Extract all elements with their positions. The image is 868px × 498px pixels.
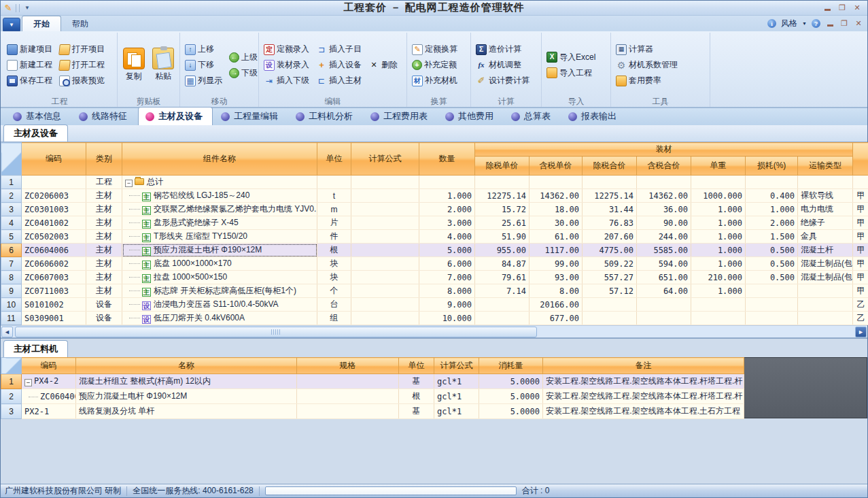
- cell-price-extax[interactable]: [475, 312, 530, 325]
- column-header-price-extax[interactable]: 除税单价: [475, 156, 530, 176]
- cell-formula[interactable]: [351, 257, 419, 271]
- cell-category[interactable]: 工程: [86, 176, 122, 189]
- cell-code[interactable]: ZC0401002: [22, 216, 86, 230]
- coefficient-manage-button[interactable]: 材机系数管理: [614, 58, 680, 72]
- cell-transport-type[interactable]: 金具: [798, 230, 853, 244]
- cell-code[interactable]: PX2-1: [22, 404, 76, 419]
- table-row[interactable]: 6ZC0604006主材主预应力混凝土电杆 Φ190×12M根5.000955.…: [1, 244, 868, 257]
- cell-name[interactable]: 预应力混凝土电杆 Φ190×12M: [76, 389, 297, 404]
- cell-total-extax[interactable]: [583, 312, 637, 325]
- cell-loss[interactable]: 0.500: [746, 271, 798, 284]
- cell-price-extax[interactable]: 84.87: [475, 257, 530, 271]
- page-tab[interactable]: 工程量编辑: [214, 107, 288, 125]
- cell-price-inctax[interactable]: 8.00: [530, 284, 583, 298]
- cell-unit[interactable]: t: [317, 189, 351, 203]
- cell-component-name[interactable]: 主预应力混凝土电杆 Φ190×12M: [122, 244, 317, 257]
- cell-component-name[interactable]: 主底盘 1000×1000×170: [122, 257, 317, 271]
- cell-total-inctax[interactable]: 244.00: [637, 230, 691, 244]
- ribbon-tab-help[interactable]: 帮助: [61, 16, 99, 31]
- cell-quantity[interactable]: 9.000: [419, 298, 475, 312]
- table-row[interactable]: 7ZC0606002主材主底盘 1000×1000×170块6.00084.87…: [1, 257, 868, 271]
- cell-total-extax[interactable]: 12275.14: [583, 189, 637, 203]
- help-icon[interactable]: [812, 19, 820, 28]
- save-engineering-button[interactable]: 保存工程: [5, 73, 54, 88]
- close-button[interactable]: [852, 4, 862, 12]
- material-adjust-button[interactable]: 材机调整: [474, 58, 532, 72]
- cell-quantity[interactable]: 4.000: [419, 230, 475, 244]
- import-project-button[interactable]: 导入工程: [544, 66, 597, 80]
- cell-total-inctax[interactable]: 594.00: [637, 257, 691, 271]
- table-row[interactable]: 10S0101002设备设油浸电力变压器 S11-10/0.4-50kVA台9.…: [1, 298, 868, 312]
- cell-component-name[interactable]: 主盘形悬式瓷绝缘子 X-45: [122, 216, 317, 230]
- cell-category[interactable]: 设备: [86, 298, 122, 312]
- cell-price-inctax[interactable]: 677.00: [530, 312, 583, 325]
- cell-flag[interactable]: 甲: [853, 189, 868, 203]
- cell-spec[interactable]: [297, 374, 399, 389]
- cell-unit-weight[interactable]: 1.000: [691, 216, 746, 230]
- mdi-close-button[interactable]: [854, 20, 863, 28]
- upper-level-button[interactable]: 上级: [227, 50, 260, 65]
- cell-flag[interactable]: 甲: [853, 284, 868, 298]
- cell-name[interactable]: 线路复测及分坑 单杆: [76, 404, 297, 419]
- move-down-button[interactable]: 下移: [183, 58, 224, 72]
- cell-formula[interactable]: [351, 312, 419, 325]
- cell-code[interactable]: ZC0606002: [22, 257, 86, 271]
- cell-price-inctax[interactable]: 61.00: [530, 230, 583, 244]
- column-header-formula[interactable]: 计算公式: [351, 143, 419, 176]
- cell-code[interactable]: ZC0607003: [22, 271, 86, 284]
- cell-price-inctax[interactable]: 1117.00: [530, 244, 583, 257]
- cell-category[interactable]: 主材: [86, 189, 122, 203]
- cell-component-name[interactable]: 主交联聚乙烯绝缘聚氯乙烯护套电力电缆 YJV0.: [122, 203, 317, 216]
- cell-category[interactable]: 主材: [86, 216, 122, 230]
- restore-button[interactable]: [837, 4, 847, 12]
- cell-total-inctax[interactable]: 14362.00: [637, 189, 691, 203]
- table-row[interactable]: 3ZC0301003主材主交联聚乙烯绝缘聚氯乙烯护套电力电缆 YJV0.m2.0…: [1, 203, 868, 216]
- cell-quantity[interactable]: [419, 176, 475, 189]
- calculator-button[interactable]: 计算器: [614, 42, 680, 56]
- cell-formula[interactable]: [351, 244, 419, 257]
- column-header-code[interactable]: 编码: [22, 143, 86, 176]
- page-tab[interactable]: 其他费用: [438, 107, 503, 125]
- cell-code[interactable]: ZC0711003: [22, 284, 86, 298]
- design-fee-button[interactable]: 设计费计算: [474, 73, 532, 88]
- cell-note[interactable]: 安装工程.架空线路工程.架空线路本体工程.杆塔工程.杆: [543, 374, 744, 389]
- row-number-cell[interactable]: 7: [1, 257, 22, 271]
- cell-transport-type[interactable]: [798, 284, 853, 298]
- collapse-icon[interactable]: [125, 180, 133, 187]
- cell-price-inctax[interactable]: [530, 176, 583, 189]
- cell-unit[interactable]: 根: [317, 244, 351, 257]
- scroll-right-button[interactable]: ►: [855, 327, 867, 337]
- cell-category[interactable]: 主材: [86, 284, 122, 298]
- page-tab[interactable]: 报表输出: [561, 107, 626, 125]
- cell-price-inctax[interactable]: 14362.00: [530, 189, 583, 203]
- cell-price-extax[interactable]: 79.61: [475, 271, 530, 284]
- scrollbar-thumb[interactable]: [15, 327, 537, 337]
- cell-transport-type[interactable]: 混凝土制品(包: [798, 271, 853, 284]
- row-number-cell[interactable]: 4: [1, 216, 22, 230]
- cell-flag[interactable]: [853, 176, 868, 189]
- column-header-unit[interactable]: 单位: [399, 358, 434, 374]
- cell-component-name[interactable]: 主拉盘 1000×500×150: [122, 271, 317, 284]
- cell-unit[interactable]: m: [317, 203, 351, 216]
- page-tab[interactable]: 线路特征: [72, 107, 137, 125]
- row-number-cell[interactable]: 10: [1, 298, 22, 312]
- cell-quantity[interactable]: 3.000: [419, 216, 475, 230]
- material-entry-button[interactable]: 装材录入: [262, 58, 311, 72]
- cell-price-extax[interactable]: [475, 176, 530, 189]
- cell-unit-weight[interactable]: [691, 298, 746, 312]
- cell-formula[interactable]: gcl*1: [434, 374, 479, 389]
- new-engineering-button[interactable]: 新建工程: [5, 58, 54, 72]
- insert-equipment-button[interactable]: 插入设备: [314, 58, 364, 72]
- column-header-formula[interactable]: 计算公式: [434, 358, 479, 374]
- page-tab[interactable]: 基本信息: [6, 107, 71, 125]
- cell-code[interactable]: ZC0502003: [22, 230, 86, 244]
- cell-transport-type[interactable]: [798, 176, 853, 189]
- column-header-component-name[interactable]: 组件名称: [122, 143, 317, 176]
- cell-total-inctax[interactable]: 36.00: [637, 203, 691, 216]
- cell-total-extax[interactable]: 31.44: [583, 203, 637, 216]
- cell-total-inctax[interactable]: 90.00: [637, 216, 691, 230]
- tab-main-material-labor-machine[interactable]: 主材工料机: [3, 340, 68, 357]
- cell-total-inctax[interactable]: [637, 298, 691, 312]
- cell-unit-weight[interactable]: 1000.000: [691, 189, 746, 203]
- column-header-spec[interactable]: 规格: [297, 358, 399, 374]
